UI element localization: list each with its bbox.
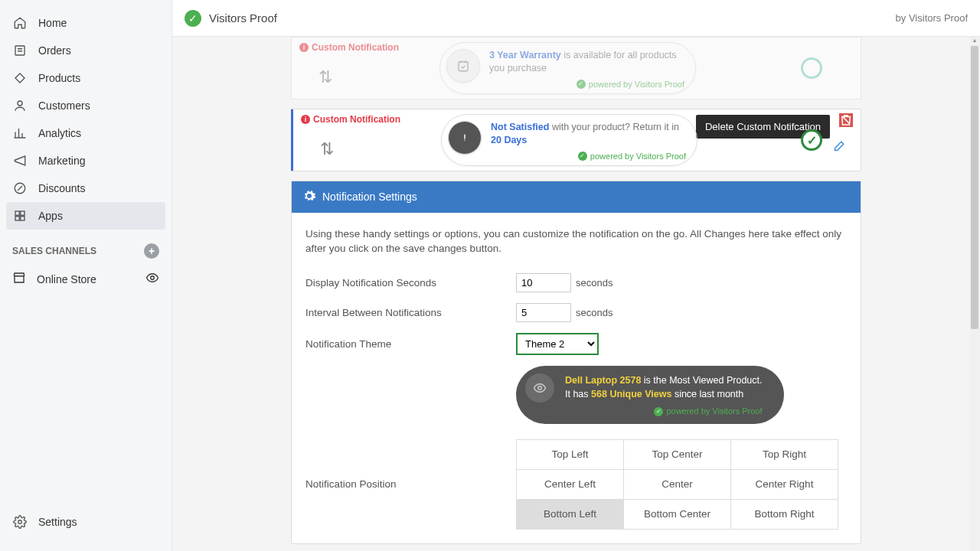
row-interval: Interval Between Notifications seconds [305, 303, 847, 322]
row-display-seconds: Display Notification Seconds seconds [305, 273, 847, 292]
exclamation-icon [448, 121, 482, 155]
nav-discounts[interactable]: Discounts [0, 174, 172, 202]
main: ✓ Visitors Proof by Visitors Proof iCust… [172, 0, 980, 551]
svg-rect-4 [21, 211, 24, 215]
nav-label: Home [38, 17, 67, 29]
header: ✓ Visitors Proof by Visitors Proof [172, 0, 980, 37]
nav-label: Orders [38, 44, 71, 57]
eye-icon [525, 373, 554, 403]
settings-title: Notification Settings [322, 191, 417, 203]
svg-point-11 [538, 386, 542, 390]
gear-icon [12, 514, 28, 530]
app-title: Visitors Proof [209, 11, 277, 24]
scrollbar[interactable] [969, 37, 980, 551]
check-icon: ✓ [577, 80, 586, 89]
section-sales-channels: SALES CHANNELS+ [0, 237, 172, 265]
field-suffix: seconds [576, 277, 612, 289]
calendar-check-icon [446, 49, 480, 83]
home-icon [12, 15, 28, 31]
nav-label: Products [38, 72, 80, 84]
svg-rect-6 [21, 217, 24, 220]
nav-online-store[interactable]: Online Store [0, 265, 172, 293]
nav-marketing[interactable]: Marketing [0, 147, 172, 174]
theme-select[interactable]: Theme 2 [516, 333, 599, 355]
status-toggle[interactable] [801, 57, 822, 79]
field-label: Notification Position [305, 478, 516, 490]
nav-label: Customers [38, 99, 90, 112]
pos-top-right[interactable]: Top Right [731, 439, 838, 469]
settings-description: Using these handy settings or options, y… [305, 227, 847, 256]
svg-point-8 [18, 520, 22, 524]
check-icon: ✓ [578, 152, 587, 161]
app-logo-icon: ✓ [185, 10, 201, 27]
pos-center[interactable]: Center [624, 469, 731, 499]
analytics-icon [12, 126, 28, 141]
display-seconds-input[interactable] [516, 273, 571, 292]
nav-orders[interactable]: Orders [0, 37, 172, 64]
row-position: Notification Position Top Left Top Cente… [305, 439, 847, 530]
store-icon [12, 271, 26, 287]
notification-card: iCustom Notification Delete Custom Notif… [291, 109, 861, 171]
nav-home[interactable]: Home [0, 9, 172, 37]
svg-point-7 [151, 276, 155, 280]
sidebar: Home Orders Products Customers Analytics… [0, 0, 172, 551]
check-icon: ✓ [654, 407, 663, 416]
customers-icon [12, 98, 28, 113]
gear-icon [302, 189, 316, 205]
nav-apps[interactable]: Apps [6, 202, 165, 230]
pos-bottom-center[interactable]: Bottom Center [624, 499, 731, 529]
position-grid: Top Left Top Center Top Right Center Lef… [516, 439, 838, 530]
products-icon [12, 70, 28, 86]
notification-preview: Not Satisfied with your product? Return … [441, 114, 697, 166]
reorder-icon[interactable]: ⇅ [318, 67, 332, 87]
nav-label: Online Store [37, 273, 96, 285]
eye-icon[interactable] [145, 271, 159, 287]
nav-label: Settings [38, 516, 77, 528]
svg-rect-3 [15, 211, 19, 215]
svg-rect-0 [15, 46, 24, 55]
field-label: Display Notification Seconds [305, 277, 516, 289]
interval-input[interactable] [516, 303, 571, 322]
apps-icon [12, 208, 28, 223]
pos-center-left[interactable]: Center Left [517, 469, 624, 499]
content: iCustom Notification ⇅ 3 Year Warranty i… [172, 37, 980, 551]
nav-label: Apps [38, 210, 63, 222]
svg-rect-9 [459, 62, 468, 71]
nav-settings[interactable]: Settings [0, 508, 172, 536]
reorder-icon[interactable]: ⇅ [320, 139, 334, 159]
settings-panel: Notification Settings Using these handy … [291, 181, 861, 544]
settings-header: Notification Settings [292, 181, 861, 213]
svg-rect-5 [15, 217, 19, 220]
nav-label: Marketing [38, 155, 85, 167]
discounts-icon [12, 181, 28, 196]
notification-card: iCustom Notification ⇅ 3 Year Warranty i… [291, 37, 861, 99]
app-byline: by Visitors Proof [896, 12, 968, 24]
field-suffix: seconds [576, 307, 612, 318]
add-channel-icon[interactable]: + [144, 243, 159, 259]
scrollbar-thumb[interactable] [971, 46, 978, 329]
pos-top-left[interactable]: Top Left [517, 439, 624, 469]
pos-bottom-right[interactable]: Bottom Right [731, 499, 838, 529]
theme-preview: Dell Laptop 2578 is the Most Viewed Prod… [516, 366, 847, 424]
marketing-icon [12, 153, 28, 168]
nav-analytics[interactable]: Analytics [0, 119, 172, 147]
nav-products[interactable]: Products [0, 64, 172, 92]
field-label: Interval Between Notifications [305, 307, 516, 318]
svg-point-1 [18, 101, 22, 106]
edit-button[interactable] [831, 140, 845, 157]
pos-center-right[interactable]: Center Right [731, 469, 838, 499]
row-theme: Notification Theme Theme 2 [305, 333, 847, 355]
nav-customers[interactable]: Customers [0, 92, 172, 119]
status-toggle[interactable] [801, 129, 822, 151]
field-label: Notification Theme [305, 338, 516, 350]
nav-label: Discounts [38, 182, 85, 194]
orders-icon [12, 43, 28, 58]
notification-preview: 3 Year Warranty is available for all pro… [439, 42, 696, 94]
pos-bottom-left[interactable]: Bottom Left [517, 499, 624, 529]
pos-top-center[interactable]: Top Center [624, 439, 731, 469]
nav-label: Analytics [38, 127, 81, 139]
